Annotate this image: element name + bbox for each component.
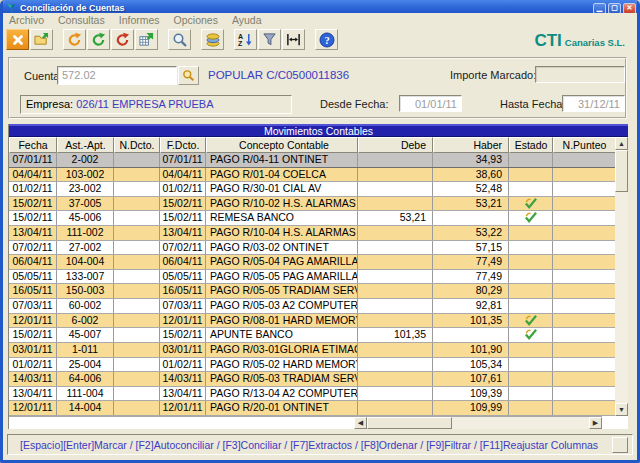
exit-button[interactable] — [6, 29, 29, 50]
maximize-button[interactable]: ▢ — [608, 3, 621, 14]
cell-npunteo — [553, 197, 615, 211]
table-row[interactable]: 04/04/11103-00204/04/11PAGO R/01-04 COEL… — [9, 168, 615, 183]
check-icon — [524, 314, 537, 326]
cuenta-search-button[interactable] — [178, 66, 199, 85]
column-header-fdcto[interactable]: F.Dcto. — [160, 137, 206, 153]
column-header-ndcto[interactable]: N.Dcto. — [114, 137, 160, 153]
cell-npunteo — [553, 226, 615, 240]
cell-estado — [509, 343, 553, 357]
column-header-concepto[interactable]: Concepto Contable — [206, 137, 358, 153]
cell-fecha: 13/04/11 — [9, 226, 57, 240]
column-header-ast[interactable]: Ast.-Apt. — [57, 137, 114, 153]
refresh-green-button[interactable] — [87, 29, 110, 50]
check-icon — [524, 328, 537, 340]
menu-informes[interactable]: Informes — [119, 14, 160, 26]
cell-debe — [358, 387, 433, 401]
column-header-npunteo[interactable]: N.Punteo — [553, 137, 615, 153]
cell-concepto: PAGO R/20-01 ONTINET — [206, 401, 358, 415]
horizontal-scrollbar[interactable]: ◀ ▶ — [354, 417, 602, 429]
help-button[interactable]: ? — [315, 29, 338, 50]
vertical-scrollbar[interactable]: ▲ ▼ — [615, 137, 628, 416]
table-row[interactable]: 07/01/112-00207/01/11PAGO R/04-11 ONTINE… — [9, 153, 615, 168]
cell-fecha: 15/02/11 — [9, 328, 57, 342]
table-row[interactable]: 05/05/11133-00705/05/11PAGO R/05-05 PAG … — [9, 270, 615, 285]
cell-ndcto — [114, 270, 160, 284]
refresh-table-button[interactable] — [135, 29, 158, 50]
table-row[interactable]: 01/02/1123-00201/02/11PAGO R/30-01 CIAL … — [9, 182, 615, 197]
cell-estado — [509, 168, 553, 182]
table-row[interactable]: 07/02/1127-00207/02/11PAGO R/03-02 ONTIN… — [9, 241, 615, 256]
cell-concepto: APUNTE BANCO — [206, 328, 358, 342]
cell-concepto: PAGO R/13-04 A2 COMPUTER — [206, 387, 358, 401]
table-row[interactable]: 07/03/1160-00207/03/11PAGO R/05-03 A2 CO… — [9, 299, 615, 314]
close-button[interactable]: ✕ — [623, 3, 636, 14]
refresh-red-button[interactable] — [111, 29, 134, 50]
table-row[interactable]: 13/04/11111-00413/04/11PAGO R/13-04 A2 C… — [9, 387, 615, 402]
cuenta-label: Cuenta — [24, 70, 59, 82]
table-row[interactable]: 14/03/1164-00614/03/11PAGO R/05-03 TRADI… — [9, 372, 615, 387]
cell-ast: 23-002 — [57, 182, 114, 196]
adjust-columns-button[interactable] — [282, 29, 305, 50]
table-row[interactable]: 03/01/111-01103/01/11PAGO R/03-01GLORIA … — [9, 343, 615, 358]
table-row[interactable]: 16/05/11150-00316/05/11PAGO R/05-05 TRAD… — [9, 284, 615, 299]
cell-haber: 34,93 — [433, 153, 509, 167]
menu-ayuda[interactable]: Ayuda — [232, 14, 262, 26]
cell-estado — [509, 358, 553, 372]
table-row[interactable]: 12/01/1114-00412/01/11PAGO R/20-01 ONTIN… — [9, 401, 615, 416]
refresh-orange-button[interactable] — [63, 29, 86, 50]
accounts-button[interactable] — [201, 29, 224, 50]
refresh-orange-icon — [67, 32, 82, 47]
cell-ast: 45-006 — [57, 211, 114, 225]
refresh-green-icon — [91, 32, 106, 47]
statusbar: [Espacio][Enter]Marcar / [F2]Autoconcili… — [7, 434, 633, 455]
hasta-fecha-input[interactable]: 31/12/11 — [562, 95, 625, 112]
table-row[interactable]: 13/04/11111-00213/04/11PAGO R/10-04 H.S.… — [9, 226, 615, 241]
cell-estado — [509, 241, 553, 255]
search-button[interactable] — [168, 29, 191, 50]
cell-estado — [509, 226, 553, 240]
scroll-down-icon[interactable]: ▼ — [615, 403, 628, 416]
app-icon — [6, 3, 17, 14]
check-icon — [524, 211, 537, 223]
table-row[interactable]: 12/01/116-00212/01/11PAGO R/08-01 HARD M… — [9, 314, 615, 329]
vertical-scroll-thumb[interactable] — [615, 150, 628, 192]
column-header-estado[interactable]: Estado — [509, 137, 553, 153]
table-row[interactable]: 15/02/1137-00515/02/11PAGO R/10-02 H.S. … — [9, 197, 615, 212]
scroll-right-icon[interactable]: ▶ — [589, 417, 602, 429]
scroll-left-icon[interactable]: ◀ — [354, 417, 367, 429]
column-header-fecha[interactable]: Fecha — [9, 137, 57, 153]
cell-debe — [358, 255, 433, 269]
search-icon — [172, 32, 188, 48]
scroll-up-icon[interactable]: ▲ — [615, 137, 628, 150]
table-row[interactable]: 01/02/1125-00401/02/11PAGO R/05-02 HARD … — [9, 358, 615, 373]
cell-fdcto: 15/02/11 — [160, 328, 206, 342]
importe-marcado-input[interactable] — [535, 66, 625, 83]
cell-ast: 14-004 — [57, 401, 114, 415]
cell-fdcto: 03/01/11 — [160, 343, 206, 357]
table-row[interactable]: 06/04/11104-00406/04/11PAGO R/05-04 PAG … — [9, 255, 615, 270]
desde-fecha-input[interactable]: 01/01/11 — [399, 95, 462, 112]
column-header-debe[interactable]: Debe — [358, 137, 433, 153]
table-row[interactable]: 15/02/1145-00615/02/11REMESA BANCO53,21 — [9, 211, 615, 226]
help-icon: ? — [319, 32, 335, 48]
menu-consultas[interactable]: Consultas — [58, 14, 105, 26]
cell-fdcto: 06/04/11 — [160, 255, 206, 269]
sort-button[interactable]: A Z — [234, 29, 257, 50]
menu-opciones[interactable]: Opciones — [174, 14, 218, 26]
column-header-haber[interactable]: Haber — [433, 137, 509, 153]
cuenta-input[interactable]: 572.02 — [57, 66, 177, 85]
cell-npunteo — [553, 328, 615, 342]
cell-concepto: PAGO R/05-02 HARD MEMORY — [206, 358, 358, 372]
table-row[interactable]: 15/02/1145-00715/02/11APUNTE BANCO101,35 — [9, 328, 615, 343]
horizontal-scroll-thumb[interactable] — [367, 417, 452, 429]
minimize-button[interactable]: ▁ — [593, 3, 606, 14]
movimientos-table: Movimientos Contables FechaAst.-Apt.N.Dc… — [8, 124, 628, 429]
cell-haber — [433, 328, 509, 342]
open-folder-button[interactable] — [30, 29, 53, 50]
empresa-panel: Empresa: 026/11 EMPRESA PRUEBA — [20, 95, 292, 114]
filter-button[interactable] — [258, 29, 281, 50]
menu-archivo[interactable]: Archivo — [9, 14, 44, 26]
cell-haber: 52,48 — [433, 182, 509, 196]
cell-fdcto: 12/01/11 — [160, 401, 206, 415]
cell-ndcto — [114, 182, 160, 196]
